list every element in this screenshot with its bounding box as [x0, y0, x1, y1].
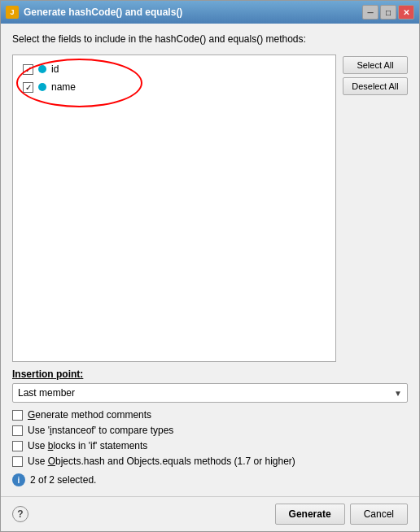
- minimize-button[interactable]: ─: [362, 5, 378, 20]
- checkbox-objects[interactable]: [12, 456, 23, 467]
- insertion-point-section: Insertion point: Last member ▼: [12, 368, 408, 403]
- help-button[interactable]: ?: [12, 506, 28, 522]
- field-checkbox-id[interactable]: [23, 64, 33, 75]
- info-icon: i: [12, 473, 25, 486]
- field-checkbox-name[interactable]: [23, 82, 33, 93]
- checkboxes-section: Generate method comments Use 'instanceof…: [12, 409, 408, 467]
- deselect-all-button[interactable]: Deselect All: [343, 77, 408, 95]
- window-icon: J: [6, 6, 19, 19]
- insertion-point-label: Insertion point:: [12, 368, 408, 380]
- field-label-name: name: [51, 81, 76, 93]
- title-bar-controls: ─ □ ✕: [362, 5, 414, 20]
- maximize-button[interactable]: □: [380, 5, 396, 20]
- main-area: id name Select All Deselect All: [12, 55, 408, 362]
- status-row: i 2 of 2 selected.: [12, 473, 408, 486]
- fields-list: id name: [12, 55, 336, 362]
- side-buttons: Select All Deselect All: [343, 55, 408, 362]
- checkbox-generate-comments[interactable]: [12, 410, 23, 421]
- checkbox-label-generate-comments: Generate method comments: [28, 409, 151, 421]
- checkbox-row: Use blocks in 'if' statements: [12, 440, 408, 451]
- dialog-content: Select the fields to include in the hash…: [1, 24, 419, 496]
- dropdown-arrow-icon: ▼: [394, 389, 402, 398]
- checkbox-label-objects: Use Objects.hash and Objects.equals meth…: [28, 456, 295, 467]
- field-dot-id: [38, 65, 46, 73]
- field-item: name: [20, 80, 329, 94]
- insertion-point-dropdown[interactable]: Last member ▼: [12, 383, 408, 403]
- checkbox-instanceof[interactable]: [12, 425, 23, 436]
- title-bar: J Generate hashCode() and equals() ─ □ ✕: [1, 1, 419, 24]
- window: J Generate hashCode() and equals() ─ □ ✕…: [0, 0, 420, 532]
- field-item: id: [20, 62, 329, 76]
- status-text: 2 of 2 selected.: [30, 474, 96, 486]
- cancel-button[interactable]: Cancel: [350, 504, 408, 525]
- checkbox-row: Use Objects.hash and Objects.equals meth…: [12, 456, 408, 467]
- checkbox-row: Generate method comments: [12, 409, 408, 421]
- select-all-button[interactable]: Select All: [343, 56, 408, 74]
- generate-button[interactable]: Generate: [275, 504, 345, 525]
- checkbox-label-instanceof: Use 'instanceof' to compare types: [28, 425, 173, 436]
- checkbox-blocks[interactable]: [12, 441, 23, 451]
- field-label-id: id: [51, 63, 59, 75]
- checkbox-row: Use 'instanceof' to compare types: [12, 425, 408, 436]
- checkbox-label-blocks: Use blocks in 'if' statements: [28, 440, 147, 451]
- description-text: Select the fields to include in the hash…: [12, 33, 408, 45]
- field-dot-name: [38, 83, 46, 91]
- bottom-right: Generate Cancel: [275, 504, 408, 525]
- close-button[interactable]: ✕: [398, 5, 414, 20]
- window-title: Generate hashCode() and equals(): [24, 7, 362, 18]
- bottom-bar: ? Generate Cancel: [1, 496, 419, 531]
